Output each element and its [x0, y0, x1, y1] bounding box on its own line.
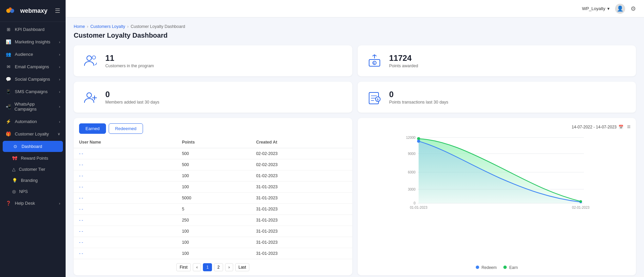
chevron-icon: ›	[59, 77, 60, 81]
table-row: - - 100 31-01-2023	[74, 226, 352, 237]
table-cell-user[interactable]: - -	[74, 170, 177, 182]
pagination-page-2[interactable]: 2	[214, 263, 223, 271]
sidebar-item-reward-points[interactable]: 🎀 Reward Points	[0, 153, 66, 164]
sms-icon: 📱	[5, 89, 11, 94]
tab-redeemed[interactable]: Redeemed	[109, 123, 143, 134]
chevron-icon: ›	[59, 201, 60, 205]
table-row: - - 250 31-01-2023	[74, 215, 352, 226]
chevron-icon: ›	[59, 52, 60, 56]
table-cell-points: 5	[177, 204, 251, 215]
topbar-chevron: ▾	[607, 6, 610, 11]
table-cell-user[interactable]: - -	[74, 226, 177, 237]
svg-text:6000: 6000	[408, 170, 416, 174]
sidebar-item-customer-tier[interactable]: △ Customer Tier	[0, 164, 66, 175]
sidebar-item-label: Customer Loyalty	[15, 131, 49, 136]
sidebar-item-marketing-insights[interactable]: 📊 Marketing Insights ›	[0, 36, 66, 48]
sidebar-item-sms-campaigns[interactable]: 📱 SMS Campaigns ›	[0, 85, 66, 98]
table-cell-date: 31-01-2023	[251, 215, 352, 226]
hamburger-menu[interactable]: ☰	[55, 7, 60, 14]
stat-members-value: 0	[105, 90, 159, 99]
sidebar-sub-label: Branding	[21, 178, 38, 183]
table-cell-user[interactable]: - -	[74, 248, 177, 259]
table-cell-date: 02-02-2023	[251, 159, 352, 170]
marketing-icon: 📊	[5, 39, 11, 44]
stats-row: 11 Customers in the program $ 11724	[74, 45, 636, 113]
table-row: - - 500 02-02-2023	[74, 159, 352, 170]
calendar-icon[interactable]: 📅	[618, 125, 623, 129]
gear-icon[interactable]: ⚙	[631, 5, 636, 12]
breadcrumb-home[interactable]: Home	[74, 24, 85, 29]
branding-icon: 💡	[12, 178, 17, 183]
chevron-down-icon: ∨	[58, 132, 60, 136]
stat-card-customers: 11 Customers in the program	[74, 45, 352, 76]
sidebar-item-whatsapp-campaigns[interactable]: 📲 WhatsApp Campaigns ›	[0, 98, 66, 115]
table-cell-points: 100	[177, 248, 251, 259]
sidebar-item-kpi-dashboard[interactable]: ⊞ KPI Dashboard	[0, 23, 66, 36]
col-points: Points	[177, 136, 251, 148]
sidebar-item-label: Automation	[15, 119, 37, 124]
sidebar-item-automation[interactable]: ⚡ Automation ›	[0, 115, 66, 128]
sidebar: webmaxy ☰ ⊞ KPI Dashboard 📊 Marketing In…	[0, 0, 66, 277]
stat-members-label: Members added last 30 days	[105, 100, 159, 105]
tab-earned[interactable]: Earned	[79, 123, 106, 134]
chart-svg: 12000 9000 6000 3000 0	[363, 133, 631, 214]
table-cell-user[interactable]: - -	[74, 182, 177, 193]
pagination-page-1[interactable]: 1	[203, 263, 212, 271]
table-cell-user[interactable]: - -	[74, 204, 177, 215]
sidebar-item-email-campaigns[interactable]: ✉ Email Campaigns ›	[0, 61, 66, 73]
svg-text:01-01-2023: 01-01-2023	[410, 206, 427, 209]
date-range: 14-07-2022 - 14-07-2023 📅	[572, 125, 623, 129]
table-cell-user[interactable]: - -	[74, 148, 177, 159]
tab-bar: Earned Redeemed	[74, 118, 352, 134]
pagination-prev[interactable]: ‹	[193, 263, 201, 271]
table-cell-user[interactable]: - -	[74, 237, 177, 248]
sidebar-item-branding[interactable]: 💡 Branding	[0, 175, 66, 186]
table-cell-points: 100	[177, 226, 251, 237]
table-row: - - 100 31-01-2023	[74, 237, 352, 248]
sidebar-item-dashboard[interactable]: ⊙ Dashboard	[3, 141, 63, 152]
stat-points-value: 11724	[389, 53, 418, 63]
table-cell-user[interactable]: - -	[74, 193, 177, 204]
date-range-text: 14-07-2022 - 14-07-2023	[572, 125, 616, 129]
sidebar-logo: webmaxy ☰	[0, 0, 66, 22]
sidebar-item-customer-loyalty[interactable]: 🎁 Customer Loyalty ∨	[0, 128, 66, 140]
chart-options-icon[interactable]: ≡	[627, 123, 631, 130]
redeem-dot	[476, 266, 479, 269]
table-card: Earned Redeemed User Name Points Created…	[74, 118, 352, 275]
table-cell-user[interactable]: - -	[74, 159, 177, 170]
sidebar-item-social-campaigns[interactable]: 💬 Social Campaigns ›	[0, 73, 66, 85]
chart-area: 12000 9000 6000 3000 0	[363, 133, 631, 263]
pagination-first[interactable]: First	[176, 263, 191, 271]
sidebar-item-label: Email Campaigns	[15, 64, 49, 69]
stat-customers-label: Customers in the program	[105, 64, 154, 68]
loyalty-icon: 🎁	[5, 131, 11, 136]
pagination-next[interactable]: ›	[225, 263, 233, 271]
legend-redeem: Redeem	[476, 265, 497, 270]
chevron-icon: ›	[59, 105, 60, 109]
table-cell-date: 02-02-2023	[251, 148, 352, 159]
svg-point-4	[92, 56, 96, 59]
chart-legend: Redeem Earn	[363, 265, 631, 270]
svg-text:12000: 12000	[406, 136, 416, 140]
dashboard-sub-icon: ⊙	[12, 144, 18, 149]
automation-icon: ⚡	[5, 119, 11, 124]
sidebar-item-nps[interactable]: ◎ NPS	[0, 186, 66, 197]
sidebar-sub-label: Dashboard	[22, 144, 42, 149]
table-cell-date: 31-01-2023	[251, 193, 352, 204]
pagination-last[interactable]: Last	[235, 263, 250, 271]
table-cell-points: 100	[177, 182, 251, 193]
brand-logo-icon	[5, 5, 17, 17]
sidebar-item-audience[interactable]: 👥 Audience ›	[0, 48, 66, 61]
chevron-icon: ›	[59, 90, 60, 94]
lower-section: Earned Redeemed User Name Points Created…	[74, 118, 636, 275]
chart-header: 14-07-2022 - 14-07-2023 📅 ≡	[363, 123, 631, 130]
sidebar-item-help-desk[interactable]: ❓ Help Desk ›	[0, 197, 66, 209]
sidebar-main-items: ⊞ KPI Dashboard 📊 Marketing Insights › 👥…	[0, 22, 66, 211]
sidebar-item-label: KPI Dashboard	[15, 27, 44, 32]
points-icon: $	[366, 52, 383, 70]
topbar-user-menu[interactable]: WP_Loyalty ▾	[582, 6, 610, 11]
sidebar-sub-label: Customer Tier	[19, 167, 45, 172]
help-icon: ❓	[5, 201, 11, 206]
breadcrumb-customers-loyalty[interactable]: Customers Loyalty	[91, 24, 126, 29]
table-cell-user[interactable]: - -	[74, 215, 177, 226]
